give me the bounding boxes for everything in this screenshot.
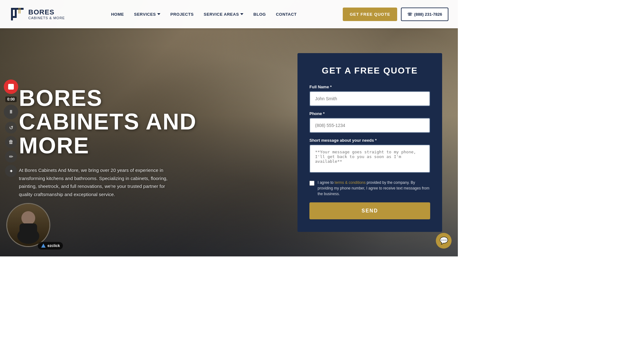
form-title: GET A FREE QUOTE [309, 66, 430, 76]
rewind-icon: ↺ [9, 125, 13, 131]
terms-checkbox[interactable] [309, 181, 314, 186]
svg-rect-8 [19, 223, 37, 236]
hero-description: At Bores Cabinets And More, we bring ove… [19, 166, 173, 198]
hero-section: BORES CABINETS AND MORE At Bores Cabinet… [0, 74, 297, 211]
pause-icon: ⏸ [8, 109, 14, 115]
nav-item-blog[interactable]: BLOG [253, 11, 266, 17]
effects-button[interactable]: ✦ [5, 165, 17, 177]
stop-recording-button[interactable] [4, 80, 18, 94]
stop-icon [8, 84, 14, 90]
pencil-icon: ✏ [9, 154, 13, 160]
terms-checkbox-area: I agree to terms & conditions provided b… [309, 180, 430, 197]
logo-icon [9, 5, 25, 24]
effects-icon: ✦ [9, 168, 13, 174]
phone-number: (888) 231-7826 [414, 12, 442, 17]
service-areas-chevron-icon [240, 13, 243, 15]
trash-icon: 🗑 [8, 139, 14, 145]
nav-link-projects[interactable]: PROJECTS [170, 12, 194, 17]
phone-button[interactable]: ☏ (888) 231-7826 [401, 8, 448, 21]
ezclick-label: ezclick [47, 244, 60, 248]
svg-rect-4 [19, 8, 19, 14]
nav-item-contact[interactable]: CONTACT [276, 11, 297, 17]
phone-group: Phone * [309, 111, 430, 133]
nav-item-home[interactable]: HOME [111, 11, 124, 17]
person-silhouette [13, 206, 44, 244]
terms-text-before: I agree to [318, 180, 335, 185]
nav-item-services[interactable]: SERVICES [134, 12, 160, 17]
nav-link-home[interactable]: HOME [111, 12, 124, 17]
message-textarea[interactable] [309, 145, 430, 173]
nav-link-service-areas[interactable]: SERVICE AREAS [204, 12, 239, 17]
hero-title-line2: CABINETS AND [19, 109, 197, 134]
full-name-group: Full Name * [309, 85, 430, 106]
nav-item-projects[interactable]: PROJECTS [170, 11, 194, 17]
phone-input[interactable] [309, 118, 430, 133]
chat-icon: 💬 [440, 237, 448, 245]
svg-rect-2 [15, 8, 17, 17]
terms-link[interactable]: terms & conditions [335, 180, 366, 185]
terms-label[interactable]: I agree to terms & conditions provided b… [318, 180, 430, 197]
nav-link-blog[interactable]: BLOG [253, 12, 266, 17]
message-group: Short message about your needs * [309, 138, 430, 174]
svg-rect-3 [11, 16, 17, 18]
brand-sub: CABINETS & MORE [28, 16, 65, 20]
recording-sidebar: 0:00 ⏸ ↺ 🗑 ✏ ✦ [4, 80, 18, 177]
nav-actions: GET FREE QUOTE ☏ (888) 231-7826 [343, 8, 448, 21]
logo[interactable]: BORES CABINETS & MORE [9, 5, 65, 24]
navbar: BORES CABINETS & MORE HOME SERVICES PROJ… [0, 0, 458, 28]
quote-form-panel: GET A FREE QUOTE Full Name * Phone * Sho… [297, 53, 442, 232]
hero-title-line3: MORE [19, 133, 89, 158]
hero-title-line1: BORES [19, 85, 103, 111]
svg-point-6 [21, 211, 35, 225]
services-chevron-icon [157, 13, 160, 15]
svg-rect-5 [20, 8, 20, 14]
full-name-label: Full Name * [309, 85, 430, 89]
message-label: Short message about your needs * [309, 138, 430, 143]
nav-item-service-areas[interactable]: SERVICE AREAS [204, 12, 243, 17]
webcam-area [6, 203, 50, 247]
full-name-input[interactable] [309, 91, 430, 106]
rewind-button[interactable]: ↺ [5, 122, 17, 134]
ezclick-badge: ezclick [38, 242, 63, 250]
webcam-face [7, 204, 49, 246]
nav-links: HOME SERVICES PROJECTS SERVICE AREAS BLO… [111, 11, 297, 17]
nav-link-contact[interactable]: CONTACT [276, 12, 297, 17]
edit-button[interactable]: ✏ [5, 151, 17, 162]
send-button[interactable]: SEND [309, 202, 430, 219]
svg-rect-1 [11, 8, 24, 10]
nav-link-services[interactable]: SERVICES [134, 12, 156, 17]
hero-title: BORES CABINETS AND MORE [19, 86, 279, 158]
recording-timer: 0:00 [5, 96, 17, 102]
brand-name: BORES [28, 8, 65, 16]
pause-recording-button[interactable]: ⏸ [4, 105, 18, 119]
logo-text: BORES CABINETS & MORE [28, 8, 65, 20]
phone-label: Phone * [309, 111, 430, 116]
main-content: BORES CABINETS AND MORE At Bores Cabinet… [0, 28, 458, 256]
svg-marker-9 [41, 244, 46, 248]
chat-button[interactable]: 💬 [436, 233, 452, 249]
ezclick-logo-icon [41, 243, 46, 248]
get-quote-button[interactable]: GET FREE QUOTE [343, 8, 397, 21]
phone-icon: ☏ [407, 12, 412, 17]
delete-recording-button[interactable]: 🗑 [5, 136, 17, 148]
